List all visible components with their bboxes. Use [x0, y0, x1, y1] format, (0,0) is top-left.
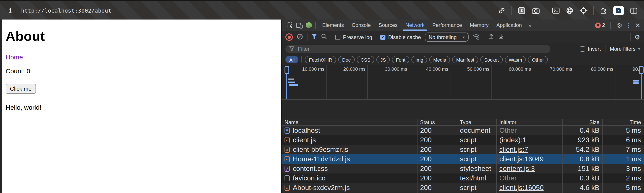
document-icon — [284, 127, 290, 134]
chip-js[interactable]: JS — [376, 56, 390, 63]
table-row[interactable]: client-bb9esmzr.js 200 script client.js:… — [282, 145, 644, 154]
search-icon[interactable] — [321, 33, 327, 41]
invert-checkbox[interactable]: Invert — [580, 46, 601, 52]
record-network-log-button[interactable] — [286, 33, 293, 41]
throttling-select[interactable]: No throttling ▾ — [425, 33, 468, 42]
extension-gem-icon[interactable] — [304, 20, 314, 30]
address-url[interactable]: http://localhost:3002/about — [21, 7, 111, 14]
request-name: favicon.ico — [293, 174, 326, 182]
header-size[interactable]: Size — [562, 119, 602, 125]
click-me-button[interactable]: Click me — [6, 84, 36, 94]
screenshot-camera-icon[interactable] — [532, 6, 540, 15]
timeline-gridline — [615, 65, 616, 99]
filter-funnel-icon[interactable] — [312, 34, 317, 41]
chip-doc[interactable]: Doc — [338, 56, 354, 63]
request-name: content.css — [293, 165, 328, 173]
clear-network-log-icon[interactable] — [297, 33, 303, 41]
more-filters-button[interactable]: More filters ▾ — [610, 46, 640, 52]
request-time: 3 ms — [602, 165, 644, 173]
table-row[interactable]: client.js 200 script (index):1 923 kB 6 … — [282, 135, 644, 145]
header-name[interactable]: Name — [282, 119, 417, 125]
tab-sources[interactable]: Sources — [374, 20, 402, 31]
timeline-tick: 30,000 ms — [374, 66, 407, 72]
overview-left-handle[interactable] — [284, 66, 289, 74]
request-time: 1 ms — [602, 155, 644, 163]
selection-left-edge[interactable] — [286, 72, 287, 99]
more-tabs-icon[interactable]: » — [526, 22, 534, 28]
network-overview-timeline[interactable]: 10,000 ms 20,000 ms 30,000 ms 40,000 ms … — [282, 65, 644, 100]
request-initiator[interactable]: content.js:3 — [496, 165, 562, 173]
chip-manifest[interactable]: Manifest — [452, 56, 478, 63]
request-size: 0.4 kB — [562, 127, 602, 134]
tab-memory[interactable]: Memory — [466, 20, 493, 31]
devtools-settings-gear-icon[interactable]: ⚙ — [617, 22, 622, 28]
terminal-icon[interactable] — [552, 6, 560, 15]
request-initiator[interactable]: (index):1 — [496, 136, 562, 144]
script-icon — [284, 185, 290, 191]
tab-application[interactable]: Application — [492, 20, 526, 31]
share-link-icon[interactable] — [498, 6, 506, 15]
header-status[interactable]: Status — [417, 119, 457, 125]
header-initiator[interactable]: Initiator — [496, 119, 562, 125]
tabbar-divider — [315, 22, 316, 29]
request-type: script — [457, 155, 496, 163]
tab-performance[interactable]: Performance — [428, 20, 466, 31]
request-initiator[interactable]: client.js:16050 — [496, 184, 562, 192]
tab-elements[interactable]: Elements — [318, 20, 348, 31]
disable-cache-checkbox[interactable]: Disable cache — [380, 34, 421, 40]
tab-console[interactable]: Console — [348, 20, 374, 31]
table-row-selected[interactable]: Home-11dv1dzd.js 200 script client.js:16… — [282, 154, 644, 164]
toolbar-divider — [376, 33, 376, 41]
image-capture-icon[interactable] — [518, 6, 526, 15]
preserve-log-checkbox[interactable]: Preserve log — [335, 34, 372, 40]
chip-other[interactable]: Other — [528, 56, 548, 63]
network-conditions-icon[interactable] — [472, 33, 480, 41]
globe-icon[interactable] — [566, 6, 574, 15]
chip-fetch-xhr[interactable]: Fetch/XHR — [305, 56, 336, 63]
chip-all[interactable]: All — [286, 56, 298, 63]
timeline-tick: 50,000 ms — [456, 66, 490, 72]
table-row[interactable]: About-sxdcv2rm.js 200 script client.js:1… — [282, 183, 644, 192]
error-badge[interactable]: ✕ 2 — [595, 22, 605, 28]
chip-img[interactable]: Img — [412, 56, 427, 63]
split-panel-icon[interactable] — [630, 6, 638, 15]
device-toolbar-icon[interactable] — [294, 20, 304, 30]
chip-font[interactable]: Font — [392, 56, 409, 63]
request-initiator[interactable]: client.js:7 — [496, 146, 562, 153]
import-har-icon[interactable] — [488, 33, 494, 41]
selection-right-edge[interactable] — [642, 72, 642, 99]
export-har-icon[interactable] — [498, 33, 504, 41]
browser-window: i http://localhost:3002/about — [0, 0, 644, 193]
tab-network[interactable]: Network — [402, 20, 428, 31]
greeting-text: Hello, world! — [6, 104, 281, 111]
timeline-tick: 40,000 ms — [415, 66, 448, 72]
timeline-tick: 70,000 ms — [539, 66, 572, 72]
extensions-puzzle-icon[interactable] — [600, 6, 608, 15]
network-settings-gear-icon[interactable]: ⚙ — [634, 34, 640, 40]
chip-socket[interactable]: Socket — [480, 56, 502, 63]
devtools-active-icon[interactable] — [613, 6, 624, 15]
table-row[interactable]: content.css 200 stylesheet content.js:3 … — [282, 164, 644, 173]
filter-input[interactable] — [297, 45, 546, 52]
header-time[interactable]: Time — [602, 119, 644, 125]
request-initiator: Other — [496, 174, 562, 182]
filter-input-pill[interactable] — [286, 45, 550, 53]
overview-right-handle[interactable] — [639, 66, 644, 74]
devtools-close-icon[interactable]: ✕ — [635, 22, 640, 28]
table-row[interactable]: favicon.ico 200 text/html Other 0.3 kB 2… — [282, 173, 644, 183]
throttling-value: No throttling — [429, 34, 457, 40]
chip-wasm[interactable]: Wasm — [505, 56, 526, 63]
header-type[interactable]: Type — [457, 119, 496, 125]
request-size: 0.3 kB — [562, 174, 602, 182]
table-row[interactable]: localhost 200 document Other 0.4 kB 5 ms — [282, 126, 644, 135]
devtools-menu-kebab-icon[interactable]: ⋮ — [626, 22, 632, 28]
chip-css[interactable]: CSS — [357, 56, 374, 63]
home-link[interactable]: Home — [6, 53, 23, 61]
request-initiator[interactable]: client.js:16049 — [496, 155, 562, 163]
inspect-element-icon[interactable] — [285, 20, 294, 30]
script-icon — [284, 156, 290, 162]
page-info-icon[interactable]: i — [9, 7, 12, 14]
chevron-down-icon: ▾ — [638, 47, 640, 51]
chip-media[interactable]: Media — [430, 56, 450, 63]
target-crosshair-icon[interactable] — [580, 6, 588, 15]
